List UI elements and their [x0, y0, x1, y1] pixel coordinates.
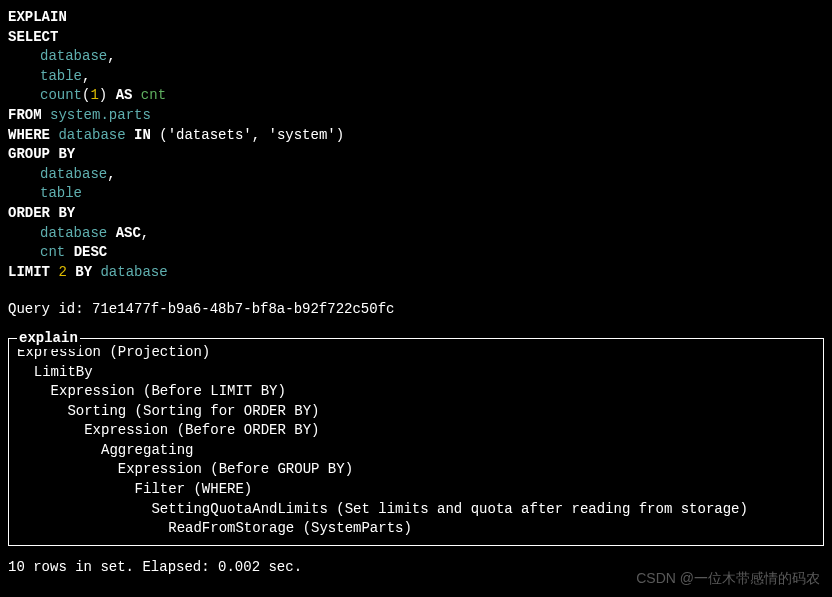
identifier: database [40, 48, 107, 64]
explain-plan-box: explain Expression (Projection) LimitBy … [8, 338, 824, 546]
explain-line: ReadFromStorage (SystemParts) [17, 519, 815, 539]
alias-cnt: cnt [141, 87, 166, 103]
explain-line: Expression (Before LIMIT BY) [17, 382, 815, 402]
explain-box-label: explain [17, 329, 80, 349]
sql-line: table [8, 184, 824, 204]
sql-line: FROM system.parts [8, 106, 824, 126]
sql-line: database, [8, 47, 824, 67]
sql-line: table, [8, 67, 824, 87]
keyword-in: IN [134, 127, 151, 143]
explain-plan-content: Expression (Projection) LimitBy Expressi… [17, 343, 815, 539]
explain-line: Expression (Before ORDER BY) [17, 421, 815, 441]
sql-line: count(1) AS cnt [8, 86, 824, 106]
sql-line: WHERE database IN ('datasets', 'system') [8, 126, 824, 146]
keyword-as: AS [116, 87, 133, 103]
keyword-desc: DESC [74, 244, 108, 260]
explain-line: LimitBy [17, 363, 815, 383]
explain-line: Expression (Before GROUP BY) [17, 460, 815, 480]
keyword-select: SELECT [8, 29, 58, 45]
identifier: system.parts [50, 107, 151, 123]
sql-line: LIMIT 2 BY database [8, 263, 824, 283]
query-id-value: 71e1477f-b9a6-48b7-bf8a-b92f722c50fc [92, 301, 394, 317]
function-count: count [40, 87, 82, 103]
explain-line: Sorting (Sorting for ORDER BY) [17, 402, 815, 422]
number: 2 [58, 264, 66, 280]
identifier: cnt [40, 244, 65, 260]
keyword-explain: EXPLAIN [8, 9, 67, 25]
identifier: table [40, 68, 82, 84]
keyword-group-by: GROUP BY [8, 146, 75, 162]
number: 1 [90, 87, 98, 103]
watermark-text: CSDN @一位木带感情的码农 [636, 569, 820, 589]
terminal-output: EXPLAIN SELECT database, table, count(1)… [8, 8, 824, 577]
identifier: database [40, 225, 107, 241]
sql-line: database ASC, [8, 224, 824, 244]
string-values: ('datasets', 'system') [159, 127, 344, 143]
explain-line: Filter (WHERE) [17, 480, 815, 500]
query-id-label: Query id: [8, 301, 92, 317]
identifier: database [58, 127, 125, 143]
explain-line: SettingQuotaAndLimits (Set limits and qu… [17, 500, 815, 520]
keyword-where: WHERE [8, 127, 50, 143]
keyword-by: BY [75, 264, 92, 280]
query-id-line: Query id: 71e1477f-b9a6-48b7-bf8a-b92f72… [8, 300, 824, 320]
sql-line: GROUP BY [8, 145, 824, 165]
identifier: table [40, 185, 82, 201]
sql-line: cnt DESC [8, 243, 824, 263]
keyword-limit: LIMIT [8, 264, 50, 280]
sql-line: SELECT [8, 28, 824, 48]
explain-line: Aggregating [17, 441, 815, 461]
keyword-from: FROM [8, 107, 42, 123]
keyword-order-by: ORDER BY [8, 205, 75, 221]
identifier: database [100, 264, 167, 280]
explain-line: Expression (Projection) [17, 343, 815, 363]
sql-line: EXPLAIN [8, 8, 824, 28]
sql-line: ORDER BY [8, 204, 824, 224]
sql-line: database, [8, 165, 824, 185]
identifier: database [40, 166, 107, 182]
keyword-asc: ASC [116, 225, 141, 241]
